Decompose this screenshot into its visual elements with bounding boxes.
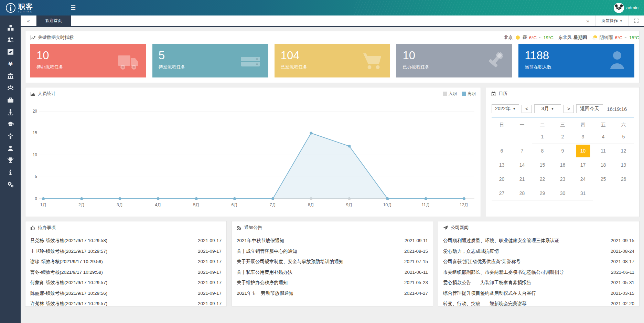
kpi-card-1[interactable]: 5待发流程任务 bbox=[152, 44, 268, 77]
sidebar-item-yen[interactable]: ¥ bbox=[0, 58, 21, 70]
calendar-day-28[interactable]: 28 bbox=[512, 186, 532, 200]
list-item[interactable]: 关于成立销管客服中心的通知2021-08-15 bbox=[237, 246, 428, 257]
list-item-title: 综合管理提升项目签约及启动仪式在天台举行 bbox=[443, 288, 541, 299]
tab-home[interactable]: 欢迎首页 bbox=[36, 15, 71, 26]
list-item[interactable]: 转变、行动、突破——迎新晚会完美谢幕2021-02-20 bbox=[443, 299, 634, 306]
calendar-day-19[interactable]: 19 bbox=[613, 158, 634, 172]
list-item[interactable]: 市委组织部副部长、市委两新工委项书记莅临公司调研指导2021-06-11 bbox=[443, 267, 634, 278]
double-chevron-left-icon[interactable]: « bbox=[21, 15, 36, 26]
kpi-card-3[interactable]: 10已办流程任务 bbox=[396, 44, 512, 77]
calendar-day-7[interactable]: 7 bbox=[512, 144, 532, 158]
tab-operations-dropdown[interactable]: 页签操作 ▼ bbox=[595, 15, 628, 26]
todo-title: 待办事项 bbox=[38, 225, 56, 231]
calendar-day-29[interactable]: 29 bbox=[532, 186, 552, 200]
list-item[interactable]: 吕尧栋-绩效考核(2021/9/17 10:29:58)2021-09-17 bbox=[30, 236, 222, 246]
calendar-day-31[interactable]: 31 bbox=[573, 186, 593, 200]
calendar-day-11[interactable]: 11 bbox=[593, 144, 613, 158]
list-item[interactable]: 2021年五一劳动节放假通知2021-04-27 bbox=[237, 288, 428, 299]
sidebar-item-briefcase[interactable] bbox=[0, 94, 21, 106]
calendar-day-10[interactable]: 10 bbox=[573, 144, 593, 158]
hdd-icon bbox=[239, 49, 263, 73]
list-item[interactable]: 公司顺利通过质量、环境、职业健康安全管理三体系认证2021-09-15 bbox=[443, 236, 634, 246]
sidebar-item-user[interactable] bbox=[0, 142, 21, 154]
svg-text:5月: 5月 bbox=[193, 202, 200, 207]
sidebar-item-child[interactable] bbox=[0, 130, 21, 142]
calendar-day-8[interactable]: 8 bbox=[532, 144, 552, 158]
calendar-day-23[interactable]: 23 bbox=[552, 172, 573, 186]
year-select[interactable]: 2022年▼ bbox=[492, 104, 519, 113]
calendar-day-3[interactable]: 3 bbox=[573, 130, 593, 144]
calendar-day-21[interactable]: 21 bbox=[512, 172, 532, 186]
sidebar-item-info[interactable] bbox=[0, 166, 21, 178]
calendar-day-2[interactable]: 2 bbox=[552, 130, 573, 144]
legend-item-入职[interactable]: 入职 bbox=[443, 91, 457, 97]
calendar-day-1[interactable]: 1 bbox=[532, 130, 552, 144]
list-item[interactable]: 爱心捐款公告——为装卸工杨家青募捐报告2021-05-31 bbox=[443, 278, 634, 288]
list-item[interactable]: 关于开展公司规章制度、安全与事故预防培训的通知2021-07-15 bbox=[237, 257, 428, 267]
cubes-icon bbox=[7, 24, 14, 31]
app-logo[interactable]: 职客 IZHIKE bbox=[0, 3, 33, 13]
sidebar-item-street-view[interactable] bbox=[0, 106, 21, 118]
calendar-day-5[interactable]: 5 bbox=[613, 130, 634, 144]
calendar-day-17[interactable]: 17 bbox=[573, 158, 593, 172]
sidebar-item-users[interactable] bbox=[0, 34, 21, 46]
next-month-button[interactable]: > bbox=[564, 105, 574, 113]
calendar-day-22[interactable]: 22 bbox=[532, 172, 552, 186]
list-item[interactable]: 王卫玲-绩效考核(2021/9/17 10:29:57)2021-09-17 bbox=[30, 246, 222, 257]
calendar-day-25[interactable]: 25 bbox=[593, 172, 613, 186]
hamburger-icon[interactable]: ☰ bbox=[71, 0, 76, 15]
prev-month-button[interactable]: < bbox=[522, 105, 532, 113]
list-item[interactable]: 曹冬-绩效考核(2021/9/17 10:29:58)2021-09-17 bbox=[30, 267, 222, 278]
calendar-day-26[interactable]: 26 bbox=[613, 172, 634, 186]
list-item[interactable]: 陈丽娜-绩效考核(2021/9/17 10:29:56)2021-09-17 bbox=[30, 288, 222, 299]
month-select[interactable]: 3月▼ bbox=[534, 104, 561, 113]
calendar-day-4[interactable]: 4 bbox=[593, 130, 613, 144]
list-item-title: 关于私车公用费用补贴办法 bbox=[237, 267, 297, 278]
list-item[interactable]: 何蒙肖-绩效考核(2021/9/17 10:29:57)2021-09-17 bbox=[30, 278, 222, 288]
kpi-card-4[interactable]: 1188当前在职人数 bbox=[518, 44, 634, 77]
calendar-day-6[interactable]: 6 bbox=[492, 144, 512, 158]
sidebar-item-bank[interactable] bbox=[0, 70, 21, 82]
sidebar-item-team[interactable] bbox=[0, 82, 21, 94]
list-item[interactable]: 爱心助力，众志成城抗疫情2021-08-24 bbox=[443, 246, 634, 257]
user-menu[interactable]: admin bbox=[614, 0, 638, 15]
double-chevron-right-icon[interactable]: » bbox=[580, 15, 595, 26]
list-item[interactable]: 谢珍-绩效考核(2021/9/17 10:29:56)2021-09-17 bbox=[30, 257, 222, 267]
calendar-grid: 1234567891011121314151617181920212223242… bbox=[492, 130, 634, 200]
calendar-day-16[interactable]: 16 bbox=[552, 158, 573, 172]
info-icon bbox=[7, 169, 14, 176]
gears-icon bbox=[7, 181, 14, 188]
kpi-card-2[interactable]: 104已发流程任务 bbox=[275, 44, 390, 77]
calendar-day-14[interactable]: 14 bbox=[512, 158, 532, 172]
calendar-day-15[interactable]: 15 bbox=[532, 158, 552, 172]
list-item[interactable]: 2021年中秋节放假通知2021-09-11 bbox=[237, 236, 428, 246]
sidebar-item-graduation-cap[interactable] bbox=[0, 118, 21, 130]
legend-item-离职[interactable]: 离职 bbox=[462, 91, 476, 97]
calendar-day-20[interactable]: 20 bbox=[492, 172, 512, 186]
calendar-day-27[interactable]: 27 bbox=[492, 186, 512, 200]
gavel-icon bbox=[483, 49, 507, 73]
list-item[interactable]: 公司喜获“浙江省优秀供应商”荣誉称号2021-08-17 bbox=[443, 257, 634, 267]
calendar-day-9[interactable]: 9 bbox=[552, 144, 573, 158]
fullscreen-icon[interactable] bbox=[628, 15, 644, 26]
kpi-card-0[interactable]: 10待办流程任务 bbox=[30, 44, 146, 77]
list-item[interactable]: 许菊林-绩效考核(2021/9/17 10:29:57)2021-09-17 bbox=[30, 299, 222, 306]
sun-cloud-icon bbox=[592, 35, 598, 40]
calendar-day-13[interactable]: 13 bbox=[492, 158, 512, 172]
sidebar-item-cubes[interactable] bbox=[0, 22, 21, 34]
weather-weekday: 星期四 bbox=[574, 34, 587, 41]
calendar-day-12[interactable]: 12 bbox=[613, 144, 634, 158]
calendar-day-24[interactable]: 24 bbox=[573, 172, 593, 186]
staff-stats-chart: 051015201月2月3月4月5月6月7月8月9月10月11月12月 bbox=[25, 100, 481, 217]
list-item[interactable]: 关于维护办公秩序的通知2021-05-23 bbox=[237, 278, 428, 288]
list-item[interactable]: 综合管理提升项目签约及启动仪式在天台举行2021-03-15 bbox=[443, 288, 634, 299]
sidebar-item-gears[interactable] bbox=[0, 178, 21, 190]
sidebar-item-check-square[interactable] bbox=[0, 46, 21, 58]
person-icon bbox=[605, 49, 629, 73]
calendar-day-30[interactable]: 30 bbox=[552, 186, 573, 200]
chevron-down-icon: ▼ bbox=[620, 19, 623, 23]
calendar-day-18[interactable]: 18 bbox=[593, 158, 613, 172]
sidebar-item-trophy[interactable] bbox=[0, 154, 21, 166]
back-to-today-button[interactable]: 返回今天 bbox=[576, 104, 603, 113]
list-item[interactable]: 关于私车公用费用补贴办法2021-06-11 bbox=[237, 267, 428, 278]
